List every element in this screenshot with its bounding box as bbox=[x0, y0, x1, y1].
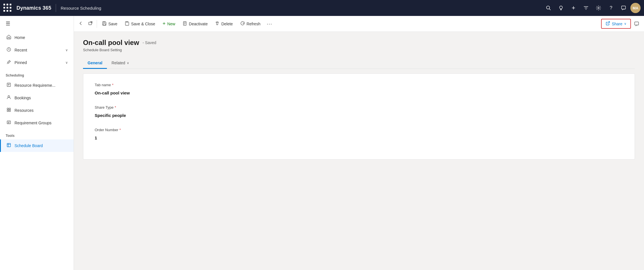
app-launcher-button[interactable] bbox=[3, 4, 12, 12]
open-in-new-window-button[interactable] bbox=[86, 19, 95, 28]
sidebar-item-bookings[interactable]: Bookings bbox=[0, 92, 74, 104]
sidebar-hamburger-button[interactable]: ☰ bbox=[0, 16, 74, 31]
tab-name-label: Tab name * bbox=[95, 83, 623, 87]
pinned-icon bbox=[7, 60, 11, 65]
sidebar-item-recent-label: Recent bbox=[15, 48, 27, 52]
help-icon-button[interactable]: ? bbox=[605, 2, 617, 14]
back-button[interactable] bbox=[76, 19, 85, 28]
tab-general-label: General bbox=[88, 61, 102, 65]
svg-rect-3 bbox=[622, 6, 626, 9]
new-icon: + bbox=[163, 21, 166, 27]
svg-rect-12 bbox=[7, 143, 11, 147]
delete-icon bbox=[215, 21, 220, 26]
svg-line-1 bbox=[549, 9, 551, 10]
nav-divider bbox=[56, 4, 56, 12]
record-subtitle: Schedule Board Setting bbox=[83, 48, 635, 52]
top-nav-icons: + ? MA bbox=[543, 2, 641, 14]
save-button[interactable]: Save bbox=[99, 19, 121, 28]
svg-rect-14 bbox=[103, 22, 105, 23]
pinned-chevron-icon: ∨ bbox=[65, 61, 68, 65]
schedule-board-icon bbox=[7, 143, 11, 149]
delete-label: Delete bbox=[221, 22, 233, 26]
share-type-field-container: Share Type * Specific people bbox=[95, 105, 623, 120]
tab-name-field-container: Tab name * On-call pool view bbox=[95, 83, 623, 97]
svg-rect-5 bbox=[7, 83, 11, 86]
new-label: New bbox=[167, 22, 175, 26]
refresh-label: Refresh bbox=[247, 22, 260, 26]
sidebar-item-pinned[interactable]: Pinned ∨ bbox=[0, 56, 74, 69]
resource-requirements-icon bbox=[7, 83, 11, 88]
save-close-button[interactable]: Save & Close bbox=[121, 19, 159, 28]
lightbulb-icon-button[interactable] bbox=[555, 2, 567, 14]
share-label: Share bbox=[612, 22, 622, 26]
related-chevron-icon: ∨ bbox=[127, 61, 129, 65]
share-icon bbox=[606, 21, 610, 26]
svg-rect-9 bbox=[7, 110, 9, 112]
settings-icon-button[interactable] bbox=[593, 2, 604, 14]
sidebar-item-schedule-board-label: Schedule Board bbox=[15, 143, 43, 148]
sidebar-item-home[interactable]: Home bbox=[0, 31, 74, 44]
share-button[interactable]: Share ∨ bbox=[601, 19, 631, 29]
order-number-required-star: * bbox=[119, 128, 121, 132]
tab-related-label: Related bbox=[111, 61, 125, 65]
share-type-value[interactable]: Specific people bbox=[95, 111, 623, 120]
saved-badge: - Saved bbox=[142, 40, 156, 45]
search-icon-button[interactable] bbox=[543, 2, 554, 14]
chat-icon-right-button[interactable] bbox=[631, 19, 642, 29]
module-name: Resource Scheduling bbox=[61, 6, 101, 11]
deactivate-button[interactable]: Deactivate bbox=[179, 19, 211, 28]
sidebar-item-resources[interactable]: Resources bbox=[0, 104, 74, 117]
svg-rect-16 bbox=[126, 22, 128, 22]
bookings-icon bbox=[7, 95, 11, 101]
share-type-required-star: * bbox=[115, 105, 116, 110]
content-area: Save Save & Close + New bbox=[74, 16, 644, 270]
resources-icon bbox=[7, 108, 11, 113]
svg-point-6 bbox=[8, 96, 10, 97]
tab-general[interactable]: General bbox=[83, 58, 107, 69]
open-new-window-icon bbox=[88, 21, 93, 26]
tab-name-value[interactable]: On-call pool view bbox=[95, 89, 623, 97]
sidebar-item-home-label: Home bbox=[15, 35, 25, 40]
share-type-label: Share Type * bbox=[95, 105, 623, 110]
chat-icon-button[interactable] bbox=[618, 2, 629, 14]
svg-rect-15 bbox=[103, 24, 105, 25]
page-content: On-call pool view - Saved Schedule Board… bbox=[74, 32, 644, 270]
sidebar-item-requirement-groups[interactable]: Requirement Groups bbox=[0, 117, 74, 129]
filter-icon-button[interactable] bbox=[580, 2, 592, 14]
scheduling-section-header: Scheduling bbox=[0, 69, 74, 79]
sidebar-item-recent[interactable]: Recent ∨ bbox=[0, 44, 74, 56]
recent-chevron-icon: ∨ bbox=[65, 48, 68, 52]
refresh-icon bbox=[240, 21, 245, 26]
top-nav-bar: Dynamics 365 Resource Scheduling + bbox=[0, 0, 644, 16]
new-button[interactable]: + New bbox=[159, 19, 179, 28]
tab-related[interactable]: Related ∨ bbox=[107, 58, 134, 69]
add-icon-button[interactable]: + bbox=[568, 2, 579, 14]
svg-rect-11 bbox=[7, 121, 11, 124]
back-icon bbox=[78, 21, 83, 26]
brand-name: Dynamics 365 bbox=[16, 5, 51, 11]
sidebar-item-schedule-board[interactable]: Schedule Board bbox=[0, 139, 74, 152]
form-card: Tab name * On-call pool view Share Type … bbox=[83, 73, 635, 160]
sidebar-item-resource-requirements[interactable]: Resource Requireme... bbox=[0, 79, 74, 92]
svg-rect-10 bbox=[9, 110, 11, 112]
record-title-text: On-call pool view bbox=[83, 39, 139, 47]
order-number-value[interactable]: 1 bbox=[95, 134, 623, 142]
order-number-label: Order Number * bbox=[95, 128, 623, 132]
sidebar-item-bookings-label: Bookings bbox=[15, 96, 31, 100]
share-chevron-icon: ∨ bbox=[624, 22, 626, 26]
user-avatar[interactable]: MA bbox=[630, 3, 641, 13]
save-label: Save bbox=[108, 22, 117, 26]
record-header: On-call pool view - Saved Schedule Board… bbox=[83, 39, 635, 52]
svg-point-2 bbox=[598, 7, 599, 9]
recent-icon bbox=[7, 47, 11, 53]
more-options-button[interactable]: ··· bbox=[264, 19, 275, 29]
svg-rect-8 bbox=[9, 108, 11, 110]
refresh-button[interactable]: Refresh bbox=[237, 19, 264, 28]
tab-name-required-star: * bbox=[112, 83, 113, 87]
save-close-icon bbox=[125, 21, 129, 26]
record-title: On-call pool view - Saved bbox=[83, 39, 635, 47]
command-bar: Save Save & Close + New bbox=[74, 16, 644, 32]
delete-button[interactable]: Delete bbox=[212, 19, 236, 28]
tabs-bar: General Related ∨ bbox=[83, 58, 635, 69]
save-icon bbox=[102, 21, 107, 26]
